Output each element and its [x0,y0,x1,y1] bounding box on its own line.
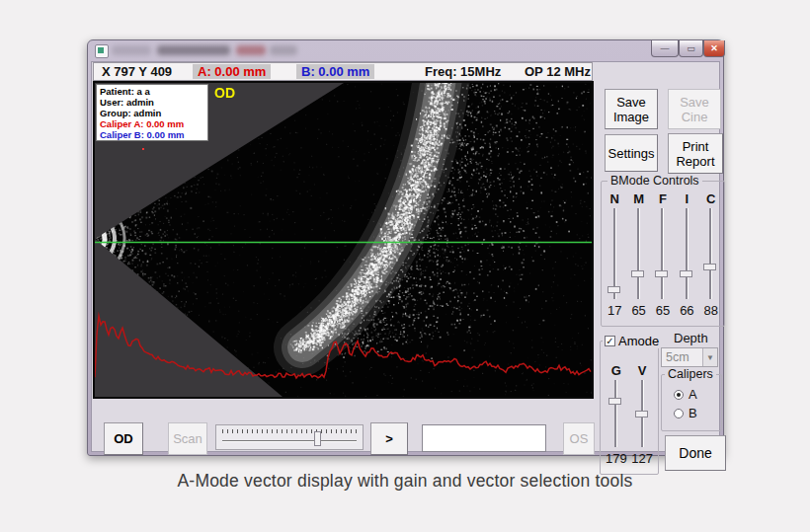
slider-value: 66 [680,303,693,318]
vector-select-slider[interactable] [215,424,364,450]
bmode-sliders: N17M65F65I66C88 [608,191,718,318]
caliper-a-readout: A: 0.00 mm [193,64,271,79]
slider-track[interactable] [686,208,688,299]
title-bar[interactable]: — ▭ ✕ [88,40,723,61]
status-bar: X 797 Y 409 A: 0.00 mm B: 0.00 mm Freq: … [93,62,593,81]
settings-button[interactable]: Settings [605,134,658,172]
caliper-option-b[interactable]: B [674,406,721,420]
vslider-f: F65 [656,191,670,318]
amode-sliders: G179V127 [606,363,653,466]
slider-value: 65 [656,303,670,318]
eye-side-label: OD [214,85,235,101]
calipers-group: Calipers AB [661,374,722,431]
redacted-title-text [157,45,230,55]
caliper-a-overlay: Caliper A: 0.00 mm [100,118,204,129]
advance-vector-button[interactable]: > [370,422,408,455]
slider-thumb[interactable] [655,270,668,277]
slider-value: 65 [631,303,645,318]
slider-label: I [686,191,689,208]
vslider-v: V127 [631,363,653,466]
filename-input[interactable] [422,424,546,452]
slider-track[interactable] [222,440,357,442]
save-cine-button[interactable]: Save Cine [668,89,721,129]
slider-track[interactable] [709,208,712,299]
caliper-b-overlay: Caliper B: 0.00 mm [100,129,204,140]
print-report-button[interactable]: Print Report [668,133,723,174]
group-name: Group: admin [100,108,204,118]
caliper-option-a[interactable]: A [674,387,721,402]
user-name: User: admin [100,97,204,108]
calipers-options: AB [662,383,721,420]
cursor-coordinates: X 797 Y 409 [102,64,172,79]
redacted-title-text [112,45,151,55]
op-frequency-readout: OP 12 MHz [525,64,591,79]
slider-thumb[interactable] [608,286,620,293]
depth-value: 5cm [662,350,702,364]
save-image-button[interactable]: Save Image [605,89,658,129]
slider-track[interactable] [614,380,617,447]
slider-thumb[interactable] [680,270,692,277]
depth-label: Depth [674,331,708,345]
dropdown-arrow-icon[interactable]: ▼ [702,348,717,366]
vslider-c: C88 [704,191,718,318]
radio-label: A [688,387,697,402]
os-button[interactable]: OS [563,422,595,455]
patient-info-overlay: Patient: a a User: admin Group: admin Ca… [96,84,208,141]
slider-value: 17 [608,303,621,318]
vslider-n: N17 [608,191,621,318]
frequency-readout: Freq: 15MHz [425,64,501,79]
amode-checkbox-row[interactable]: ✓ Amode [603,334,661,348]
redacted-title-text [270,45,297,55]
slider-thumb[interactable] [703,264,716,270]
slider-value: 127 [631,451,653,466]
slider-label: V [638,363,647,380]
slider-label: G [611,363,621,380]
slider-value: 88 [704,303,718,318]
caliper-b-readout: B: 0.00 mm [296,64,374,79]
amode-group: ✓ Amode G179V127 [600,341,659,475]
app-icon [95,44,109,58]
slider-value: 179 [606,451,627,466]
vslider-i: I66 [680,191,693,318]
slider-thumb[interactable] [314,431,321,446]
figure-caption: A-Mode vector display with gain and vect… [0,471,810,492]
vslider-g: G179 [606,363,627,466]
patient-name: Patient: a a [100,86,204,97]
minimize-button[interactable]: — [651,40,679,57]
slider-label: N [610,191,619,208]
amode-checkbox-label: Amode [618,334,659,348]
radio-button[interactable] [674,409,684,418]
slider-track[interactable] [641,380,644,447]
client-area: X 797 Y 409 A: 0.00 mm B: 0.00 mm Freq: … [91,61,720,452]
redacted-title-text [236,45,266,55]
slider-thumb[interactable] [635,411,648,418]
slider-track[interactable] [637,208,640,299]
app-window: — ▭ ✕ X 797 Y 409 A: 0.00 mm B: 0.00 mm … [87,39,724,456]
od-button[interactable]: OD [104,422,143,455]
bmode-controls-title: BMode Controls [608,174,702,188]
bmode-controls-group: BMode Controls N17M65F65I66C88 [601,181,725,327]
calipers-title: Calipers [665,367,716,381]
slider-track[interactable] [661,208,664,299]
screenshot-page: — ▭ ✕ X 797 Y 409 A: 0.00 mm B: 0.00 mm … [0,0,810,532]
amode-checkbox[interactable]: ✓ [605,336,615,346]
radio-button[interactable] [674,390,684,400]
scan-button[interactable]: Scan [168,422,207,455]
slider-thumb[interactable] [608,398,621,405]
vslider-m: M65 [631,191,645,318]
slider-thumb[interactable] [631,270,644,277]
radio-label: B [688,406,697,420]
slider-tick-marks [222,429,357,433]
slider-label: M [633,191,644,208]
slider-track[interactable] [613,208,616,299]
done-button[interactable]: Done [665,435,726,471]
close-button[interactable]: ✕ [703,40,725,57]
slider-label: F [659,191,667,208]
depth-dropdown[interactable]: 5cm ▼ [661,347,718,367]
slider-label: C [706,191,715,208]
maximize-button[interactable]: ▭ [679,40,703,57]
bmode-display[interactable]: Patient: a a User: admin Group: admin Ca… [93,81,594,399]
